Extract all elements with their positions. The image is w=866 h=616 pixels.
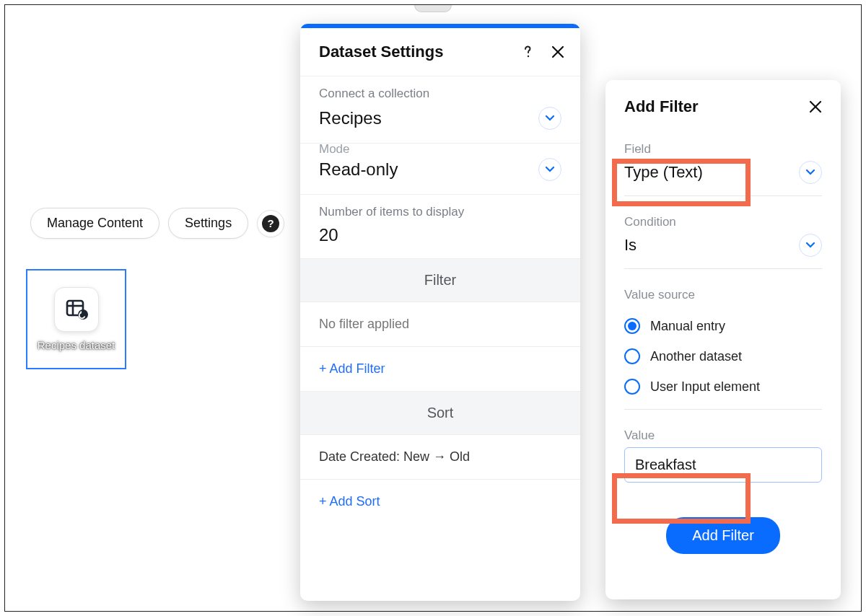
radio-label: Manual entry <box>650 319 725 334</box>
dataset-tile-label: Recipes dataset <box>38 339 115 351</box>
filter-status-text: No filter applied <box>300 302 580 347</box>
app-frame: Manage Content Settings ? Recipes datase… <box>4 4 862 612</box>
condition-value: Is <box>624 236 637 255</box>
items-count-value: 20 <box>319 225 561 245</box>
items-count-section: Number of items to display 20 <box>300 195 580 259</box>
sort-section-heading: Sort <box>300 392 580 435</box>
add-sort-link[interactable]: + Add Sort <box>319 494 380 509</box>
dataset-tile-selected[interactable]: Recipes dataset <box>26 269 126 369</box>
add-filter-header: Add Filter <box>605 80 841 123</box>
value-source-radio-group: Manual entry Another dataset User Input … <box>624 311 822 402</box>
settings-panel-header: Dataset Settings <box>300 28 580 76</box>
add-filter-link[interactable]: + Add Filter <box>319 361 385 376</box>
condition-dropdown[interactable] <box>799 234 822 257</box>
radio-user-input-element[interactable]: User Input element <box>624 371 822 402</box>
connect-collection-dropdown[interactable] <box>538 107 561 130</box>
mode-dropdown[interactable] <box>538 158 561 181</box>
add-filter-panel: Add Filter Field Type (Text) Condition I… <box>605 80 841 599</box>
mode-section: Mode Read-only <box>300 144 580 195</box>
close-icon[interactable] <box>551 45 564 58</box>
svg-point-4 <box>528 56 529 57</box>
connect-collection-section: Connect a collection Recipes <box>300 76 580 144</box>
add-filter-title: Add Filter <box>624 97 699 116</box>
dataset-icon <box>54 287 99 332</box>
help-button[interactable]: ? <box>257 210 284 237</box>
dataset-settings-panel: Dataset Settings Connect a collection <box>300 24 580 601</box>
radio-manual-entry[interactable]: Manual entry <box>624 311 822 341</box>
field-dropdown[interactable] <box>799 161 822 184</box>
radio-label: Another dataset <box>650 349 742 364</box>
help-icon: ? <box>262 215 279 232</box>
top-handle <box>414 5 452 12</box>
value-label: Value <box>624 428 822 443</box>
settings-panel-title: Dataset Settings <box>319 43 443 61</box>
settings-help-icon[interactable] <box>521 44 535 60</box>
settings-button[interactable]: Settings <box>168 208 248 239</box>
radio-another-dataset[interactable]: Another dataset <box>624 341 822 371</box>
value-source-label: Value source <box>624 288 822 302</box>
connect-collection-label: Connect a collection <box>319 87 561 101</box>
value-input[interactable] <box>624 447 822 483</box>
items-count-label: Number of items to display <box>319 205 561 219</box>
close-icon[interactable] <box>809 100 822 113</box>
condition-label: Condition <box>624 215 822 229</box>
connect-collection-value: Recipes <box>319 108 382 128</box>
radio-label: User Input element <box>650 379 760 395</box>
mode-label-truncated: Mode <box>319 142 561 157</box>
sort-value: Date Created: New → Old <box>300 435 580 480</box>
field-label: Field <box>624 142 822 157</box>
add-filter-submit-button[interactable]: Add Filter <box>666 517 780 554</box>
mode-value: Read-only <box>319 159 398 180</box>
manage-content-button[interactable]: Manage Content <box>30 208 159 239</box>
filter-section-heading: Filter <box>300 259 580 302</box>
dataset-pill-toolbar: Manage Content Settings ? <box>30 208 284 239</box>
field-value: Type (Text) <box>624 163 703 182</box>
